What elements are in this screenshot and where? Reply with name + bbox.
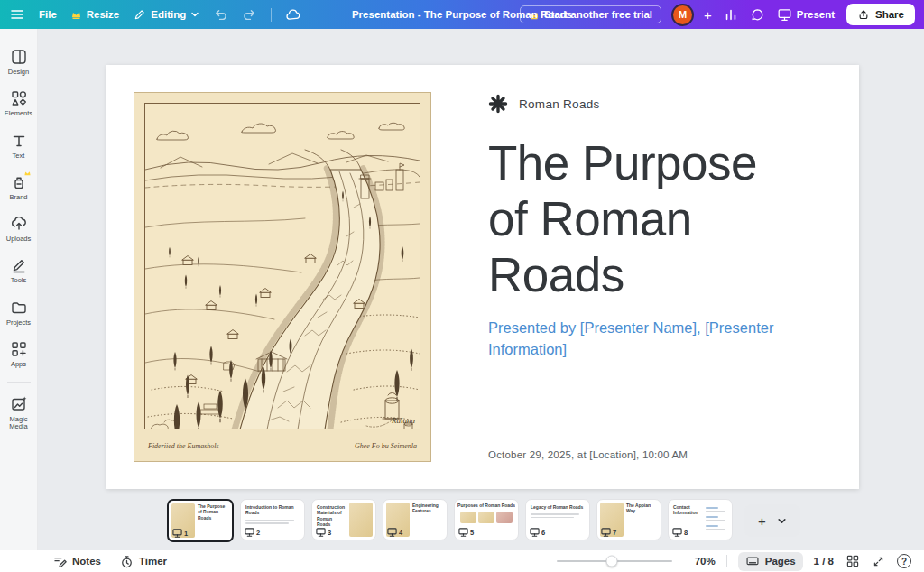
thumbnail-text-column: Engineering Features bbox=[412, 503, 444, 537]
cloud-icon bbox=[285, 8, 300, 22]
sidebar-item-label: Projects bbox=[6, 319, 31, 327]
slide-page-1[interactable]: Fideriied the Eumashols Ghee Fo bu Seime… bbox=[106, 65, 859, 489]
presenter-screen-icon bbox=[601, 527, 611, 538]
share-upload-icon bbox=[857, 8, 870, 21]
sidebar-item-projects[interactable]: Projects bbox=[0, 294, 38, 332]
form-value-line bbox=[706, 511, 725, 512]
page-thumbnail-8[interactable]: Contact Information8 bbox=[668, 499, 733, 540]
notes-label: Notes bbox=[72, 556, 101, 567]
form-label-line bbox=[706, 525, 718, 527]
apps-grid-icon bbox=[10, 340, 28, 358]
page-thumbnail-3[interactable]: Construction Materials of Roman Roads3 bbox=[311, 499, 376, 540]
thumbnail-text-column: The Purpose of Roman Roads bbox=[198, 503, 229, 538]
logo-row[interactable]: Roman Roads bbox=[488, 94, 827, 114]
illustration-signature: Raiana bbox=[391, 416, 415, 425]
page-thumbnail-2[interactable]: Introduction to Roman Roads2 bbox=[240, 499, 305, 540]
file-menu-button[interactable]: File bbox=[39, 9, 57, 20]
grid-view-button[interactable] bbox=[845, 554, 860, 568]
chevron-down-icon bbox=[190, 10, 199, 19]
page-thumbnail-5[interactable]: Purposes of Roman Roads5 bbox=[454, 499, 519, 540]
add-page-button[interactable]: + bbox=[744, 504, 800, 537]
timer-button[interactable]: Timer bbox=[119, 554, 167, 569]
sidebar-divider bbox=[7, 382, 31, 383]
slide-event-line[interactable]: October 29, 2025, at [Location], 10:00 A… bbox=[488, 449, 688, 460]
sidebar-item-tools[interactable]: Tools bbox=[0, 252, 38, 290]
fullscreen-button[interactable] bbox=[872, 555, 885, 568]
undo-button[interactable] bbox=[213, 7, 228, 23]
page-number-badge: 8 bbox=[672, 527, 688, 538]
form-value-line bbox=[706, 520, 725, 521]
sidebar-item-uploads[interactable]: Uploads bbox=[0, 210, 38, 248]
document-title[interactable]: Presentation - The Purpose of Roman Road… bbox=[352, 0, 572, 29]
main-menu-button[interactable] bbox=[9, 6, 25, 23]
resize-button[interactable]: Resize bbox=[70, 9, 119, 20]
pages-icon bbox=[745, 555, 760, 568]
page-thumbnail-title: The Appian Way bbox=[626, 503, 658, 514]
undo-icon bbox=[213, 7, 228, 23]
pages-label: Pages bbox=[765, 556, 796, 567]
zoom-slider[interactable] bbox=[557, 560, 672, 562]
resize-label: Resize bbox=[87, 9, 119, 20]
page-number-badge: 4 bbox=[387, 527, 402, 538]
page-thumbnail-image bbox=[478, 512, 494, 523]
presenter-screen-icon bbox=[458, 527, 468, 538]
elements-icon bbox=[10, 89, 28, 107]
page-thumbnail-6[interactable]: Legacy of Roman Roads6 bbox=[525, 499, 590, 540]
sidebar-item-label: Brand bbox=[9, 194, 27, 201]
design-icon bbox=[10, 48, 28, 66]
sidebar-item-apps[interactable]: Apps bbox=[0, 336, 38, 374]
form-line bbox=[706, 523, 729, 530]
page-thumbnail-title: Construction Materials of Roman Roads bbox=[317, 504, 346, 527]
thumbnail-text-column: The Appian Way bbox=[626, 503, 658, 537]
form-label-line bbox=[706, 516, 718, 518]
page-thumbnail-image bbox=[349, 503, 373, 537]
notes-button[interactable]: Notes bbox=[52, 554, 101, 569]
save-status-button[interactable] bbox=[285, 8, 300, 22]
add-page-plus: + bbox=[758, 513, 766, 529]
page-thumbnail-7[interactable]: The Appian Way7 bbox=[596, 499, 661, 540]
tools-pencil-icon bbox=[10, 256, 28, 274]
share-button[interactable]: Share bbox=[846, 4, 915, 25]
page-number-badge: 1 bbox=[172, 528, 188, 539]
presenter-screen-icon bbox=[245, 527, 254, 538]
form-line bbox=[706, 505, 729, 512]
avatar[interactable]: M bbox=[673, 5, 692, 24]
sidebar-item-text[interactable]: Text bbox=[0, 127, 38, 165]
pro-crown-icon bbox=[23, 170, 32, 177]
top-toolbar: File Resize Editing Presentation - The P… bbox=[0, 0, 924, 29]
comments-button[interactable] bbox=[750, 7, 765, 23]
illustration-caption-right: Ghee Fo bu Seimenla bbox=[355, 442, 417, 450]
share-label: Share bbox=[875, 9, 904, 20]
page-thumbnail-1[interactable]: The Purpose of Roman Roads1 bbox=[167, 499, 234, 542]
pages-view-toggle[interactable]: Pages bbox=[738, 552, 803, 571]
page-number-badge: 3 bbox=[316, 527, 331, 538]
page-filmstrip: The Purpose of Roman Roads1Introduction … bbox=[38, 491, 924, 550]
sidebar-item-label: Design bbox=[8, 69, 29, 76]
page-thumbnail-title: The Purpose of Roman Roads bbox=[198, 503, 229, 521]
redo-button[interactable] bbox=[242, 7, 257, 23]
sidebar-item-elements[interactable]: Elements bbox=[0, 85, 38, 123]
status-bar: Notes Timer 70% Pages 1 / 8 ? bbox=[0, 550, 924, 572]
page-thumbnail-4[interactable]: Engineering Features4 bbox=[383, 499, 448, 540]
text-line bbox=[245, 522, 289, 524]
sidebar-item-design[interactable]: Design bbox=[0, 43, 38, 81]
slide-subtitle[interactable]: Presented by [Presenter Name], [Presente… bbox=[488, 318, 824, 361]
thumbnail-text-lines bbox=[245, 518, 300, 524]
help-button[interactable]: ? bbox=[897, 554, 911, 568]
editing-mode-button[interactable]: Editing bbox=[133, 8, 199, 22]
thumbnail-form-column bbox=[706, 503, 729, 537]
roman-road-illustration[interactable]: Fideriied the Eumashols Ghee Fo bu Seime… bbox=[134, 92, 431, 462]
text-line bbox=[245, 520, 294, 521]
pencil-icon bbox=[133, 8, 146, 22]
insights-button[interactable] bbox=[724, 7, 738, 22]
zoom-slider-handle[interactable] bbox=[606, 556, 618, 567]
present-button[interactable]: Present bbox=[777, 7, 835, 22]
editor-canvas: Fideriied the Eumashols Ghee Fo bu Seime… bbox=[38, 29, 924, 550]
page-number: 8 bbox=[684, 529, 688, 537]
page-number: 6 bbox=[541, 529, 545, 537]
text-line bbox=[531, 513, 579, 515]
sidebar-item-magic-media[interactable]: Magic Media bbox=[0, 391, 38, 437]
sidebar-item-brand[interactable]: Brand bbox=[0, 169, 38, 207]
add-member-button[interactable]: + bbox=[704, 7, 712, 23]
slide-title[interactable]: The Purposeof RomanRoads bbox=[488, 135, 827, 303]
